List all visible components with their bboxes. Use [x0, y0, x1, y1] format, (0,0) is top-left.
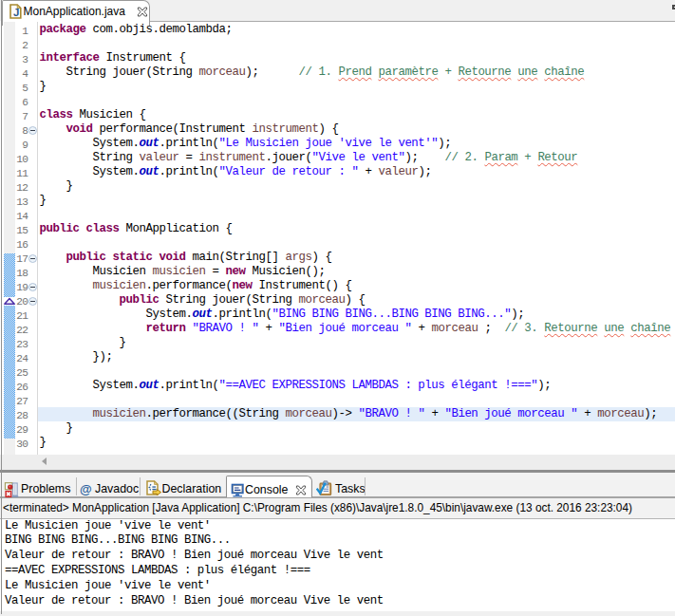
svg-text:J: J — [13, 7, 19, 18]
